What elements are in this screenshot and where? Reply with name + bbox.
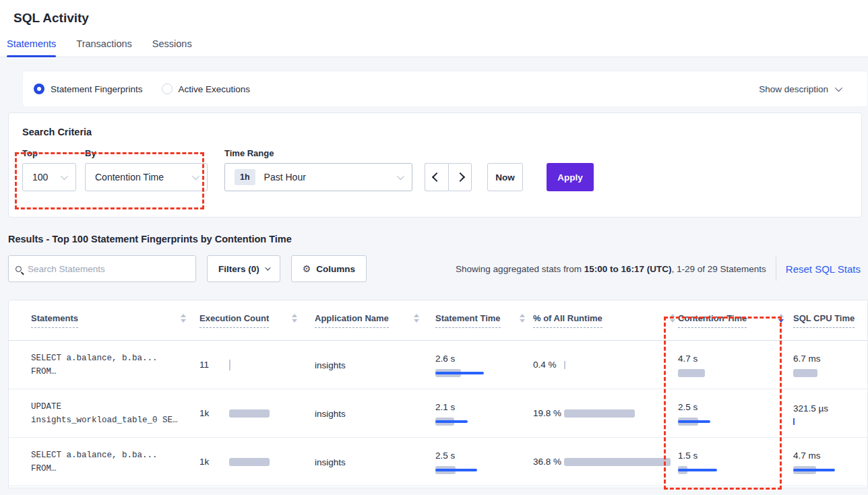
bar: [564, 409, 635, 418]
now-button[interactable]: Now: [487, 163, 523, 191]
reset-sql-stats-link[interactable]: Reset SQL Stats: [786, 263, 861, 275]
bar: [793, 466, 867, 474]
column-header-application-name[interactable]: Application Name: [315, 300, 435, 340]
time-range-label: Time Range: [224, 148, 412, 159]
tab-statements[interactable]: Statements: [7, 38, 56, 57]
statement-cell[interactable]: SELECT a.balance, b.ba... FROM…: [9, 352, 199, 378]
column-header-statement-time[interactable]: Statement Time: [435, 300, 533, 340]
column-header-sql-cpu-time[interactable]: SQL CPU Time: [793, 300, 867, 340]
time-range-field: Time Range 1h Past Hour: [224, 148, 412, 191]
bar: [229, 409, 270, 418]
execution-count-cell: 1k: [199, 407, 315, 419]
time-prev-button[interactable]: [425, 163, 448, 191]
search-input[interactable]: [28, 264, 189, 274]
time-range-value: Past Hour: [264, 172, 306, 183]
time-nav-group: [425, 163, 472, 191]
chevron-left-icon: [432, 172, 441, 182]
application-name-cell: insights: [315, 407, 435, 420]
bar: [564, 458, 671, 466]
sort-icon: [181, 314, 186, 323]
top-select-value: 100: [32, 172, 48, 183]
columns-button[interactable]: ⚙ Columns: [291, 255, 367, 282]
top-select[interactable]: 100: [22, 163, 76, 191]
table-row: SELECT a.balance, b.ba... FROM… 11 insig…: [9, 341, 867, 389]
bar: [793, 369, 867, 377]
radio-selected-icon: [34, 84, 44, 94]
gear-icon: ⚙: [303, 264, 311, 273]
bar: [793, 418, 795, 425]
columns-label: Columns: [316, 264, 355, 274]
by-field: By Contention Time: [85, 148, 216, 191]
time-range-select[interactable]: 1h Past Hour: [224, 163, 412, 191]
tab-sessions[interactable]: Sessions: [152, 38, 192, 57]
bar: [678, 466, 784, 474]
radio-active-executions[interactable]: Active Executions: [162, 84, 251, 94]
statement-cell[interactable]: UPDATE insights_workload_table_0 SE…: [9, 400, 199, 427]
page-title: SQL Activity: [13, 11, 855, 26]
column-header-execution-count[interactable]: Execution Count: [199, 300, 315, 340]
execution-count-cell: 1k: [199, 456, 315, 467]
sort-icon: [520, 314, 525, 323]
statements-table: Statements Execution Count Application N…: [8, 300, 868, 488]
chevron-down-icon: [397, 172, 404, 180]
statement-time-cell: 2.1 s: [435, 401, 533, 426]
chevron-down-icon: [192, 172, 199, 180]
pct-runtime-cell: 0.4 %: [533, 358, 678, 371]
page-header: SQL Activity: [0, 0, 868, 32]
search-criteria-controls: Top 100 By Contention Time Time Range 1h…: [22, 148, 848, 191]
bar: [435, 466, 525, 474]
by-select-value: Contention Time: [95, 172, 164, 183]
show-description-label: Show description: [759, 84, 828, 94]
sort-desc-icon: [778, 314, 784, 323]
column-header-statements[interactable]: Statements: [9, 300, 199, 340]
sort-icon: [670, 314, 675, 323]
view-mode-card: Statement Fingerprints Active Executions…: [22, 71, 868, 107]
table-header-row: Statements Execution Count Application N…: [9, 300, 867, 341]
apply-button[interactable]: Apply: [547, 163, 594, 191]
contention-time-cell: 1.5 s: [678, 450, 793, 474]
statement-time-cell: 2.6 s: [435, 353, 533, 377]
vertical-divider: [776, 257, 776, 281]
stats-range: 15:00 to 16:17 (UTC): [584, 264, 672, 274]
pct-runtime-cell: 19.8 %: [533, 407, 678, 420]
bar: [678, 369, 784, 377]
filters-button[interactable]: Filters (0): [207, 255, 280, 282]
sql-cpu-time-cell: 6.7 ms: [793, 353, 867, 377]
stats-summary: Showing aggregated stats from 15:00 to 1…: [456, 264, 766, 274]
sql-cpu-time-cell: 321.5 µs: [793, 402, 867, 425]
bar: [564, 361, 565, 369]
results-heading: Results - Top 100 Statement Fingerprints…: [8, 234, 868, 244]
radio-label: Active Executions: [179, 84, 251, 94]
sort-icon: [414, 314, 419, 323]
time-range-badge: 1h: [235, 169, 255, 185]
statement-cell[interactable]: SELECT a.balance, b.ba... FROM…: [9, 449, 199, 475]
results-toolbar: Filters (0) ⚙ Columns Showing aggregated…: [8, 255, 861, 282]
chevron-right-icon: [455, 172, 464, 182]
bar: [678, 418, 784, 426]
time-next-button[interactable]: [448, 163, 472, 191]
radio-label: Statement Fingerprints: [51, 84, 143, 94]
by-label: By: [85, 148, 216, 159]
table-row: SELECT a.balance, b.ba... FROM… 1k insig…: [9, 438, 867, 486]
application-name-cell: insights: [315, 456, 435, 468]
show-description-toggle[interactable]: Show description: [759, 84, 840, 94]
column-header-contention-time[interactable]: Contention Time: [678, 300, 793, 340]
bar: [435, 418, 525, 426]
sort-icon: [292, 314, 297, 323]
execution-count-cell: 11: [199, 359, 315, 370]
column-header-pct-runtime[interactable]: % of All Runtime: [533, 300, 678, 340]
contention-time-cell: 4.7 s: [678, 353, 793, 377]
filters-label: Filters (0): [218, 264, 259, 274]
search-criteria-heading: Search Criteria: [22, 127, 848, 137]
chevron-down-icon: [835, 84, 842, 92]
by-select[interactable]: Contention Time: [85, 163, 208, 191]
radio-unselected-icon: [162, 84, 173, 94]
tab-transactions[interactable]: Transactions: [76, 38, 131, 57]
radio-statement-fingerprints[interactable]: Statement Fingerprints: [34, 84, 143, 94]
search-criteria-card: Search Criteria Top 100 By Contention Ti…: [8, 112, 862, 218]
toolbar-right: Showing aggregated stats from 15:00 to 1…: [456, 257, 861, 281]
contention-time-cell: 2.5 s: [678, 401, 793, 426]
search-icon: [16, 266, 22, 272]
tab-bar: Statements Transactions Sessions: [0, 32, 868, 57]
chevron-down-icon: [61, 172, 68, 180]
